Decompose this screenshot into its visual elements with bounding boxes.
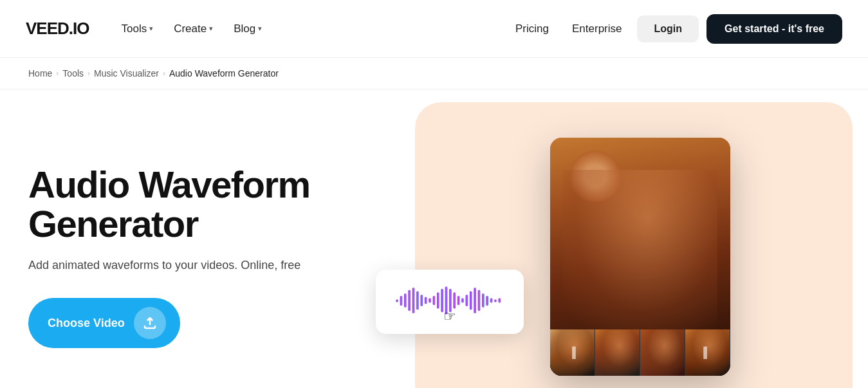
film-icon-1: ▐ — [550, 329, 595, 376]
film-cell-3 — [640, 329, 685, 376]
cursor-hand-icon: ☞ — [443, 308, 456, 325]
film-cell-1: ▐ — [550, 329, 595, 376]
svg-rect-21 — [482, 293, 485, 308]
film-cell-2 — [595, 329, 640, 376]
svg-rect-5 — [416, 291, 419, 309]
svg-rect-23 — [490, 298, 493, 302]
svg-rect-2 — [404, 293, 407, 308]
svg-rect-22 — [486, 296, 488, 306]
nav-enterprise[interactable]: Enterprise — [564, 17, 629, 41]
choose-video-button[interactable]: Choose Video — [28, 298, 180, 348]
breadcrumb-tools[interactable]: Tools — [62, 68, 84, 79]
choose-video-label: Choose Video — [48, 317, 125, 330]
breadcrumb-sep-3: › — [163, 69, 165, 78]
hero-subtitle: Add animated waveforms to your videos. O… — [28, 259, 337, 272]
svg-rect-3 — [408, 290, 411, 311]
get-started-button[interactable]: Get started - it's free — [706, 14, 842, 44]
breadcrumb-current: Audio Waveform Generator — [169, 68, 279, 79]
svg-rect-6 — [421, 295, 423, 306]
svg-rect-20 — [478, 290, 481, 311]
chevron-down-icon: ▾ — [209, 24, 213, 33]
upload-icon — [134, 307, 166, 339]
svg-rect-17 — [466, 295, 468, 306]
svg-rect-24 — [494, 299, 497, 302]
svg-rect-9 — [433, 296, 436, 306]
film-icon-4: ▌ — [685, 329, 730, 376]
chevron-down-icon: ▾ — [149, 24, 153, 33]
nav-tools-label: Tools — [121, 23, 147, 35]
waveform-card: ☞ — [376, 270, 524, 334]
film-cell-4: ▌ — [685, 329, 730, 376]
nav-right: Pricing Enterprise Login Get started - i… — [508, 14, 842, 44]
svg-rect-1 — [400, 296, 403, 306]
svg-rect-0 — [396, 299, 398, 302]
svg-rect-14 — [453, 292, 456, 308]
nav-create[interactable]: Create ▾ — [165, 17, 222, 41]
breadcrumb-music-visualizer[interactable]: Music Visualizer — [94, 68, 159, 79]
svg-rect-4 — [412, 288, 415, 313]
navbar: VEED.IO Tools ▾ Create ▾ Blog ▾ Pricing … — [0, 0, 868, 58]
hero-visual: ☞ ▐ ▌ — [337, 128, 840, 385]
breadcrumb-sep-1: › — [56, 69, 59, 78]
svg-rect-16 — [461, 298, 464, 302]
svg-rect-10 — [437, 292, 439, 308]
svg-rect-8 — [429, 298, 431, 302]
chevron-down-icon: ▾ — [258, 24, 262, 33]
login-button[interactable]: Login — [637, 15, 699, 42]
svg-rect-18 — [470, 291, 472, 309]
svg-rect-7 — [425, 297, 427, 304]
filmstrip: ▐ ▌ — [550, 329, 730, 376]
nav-create-label: Create — [174, 23, 207, 35]
hero-title: Audio Waveform Generator — [28, 165, 337, 244]
breadcrumb-home[interactable]: Home — [28, 68, 52, 79]
logo[interactable]: VEED.IO — [26, 19, 89, 39]
breadcrumb: Home › Tools › Music Visualizer › Audio … — [0, 58, 868, 89]
svg-rect-15 — [457, 296, 460, 306]
svg-rect-25 — [499, 298, 501, 302]
nav-tools[interactable]: Tools ▾ — [112, 17, 162, 41]
nav-left: Tools ▾ Create ▾ Blog ▾ — [112, 17, 503, 41]
nav-blog-label: Blog — [234, 23, 255, 35]
breadcrumb-sep-2: › — [88, 69, 90, 78]
hero-section: Audio Waveform Generator Add animated wa… — [0, 89, 868, 388]
video-preview-card: ▐ ▌ — [550, 138, 730, 376]
hero-text: Audio Waveform Generator Add animated wa… — [28, 165, 337, 349]
nav-blog[interactable]: Blog ▾ — [225, 17, 271, 41]
nav-pricing[interactable]: Pricing — [508, 17, 557, 41]
svg-rect-19 — [474, 288, 476, 313]
